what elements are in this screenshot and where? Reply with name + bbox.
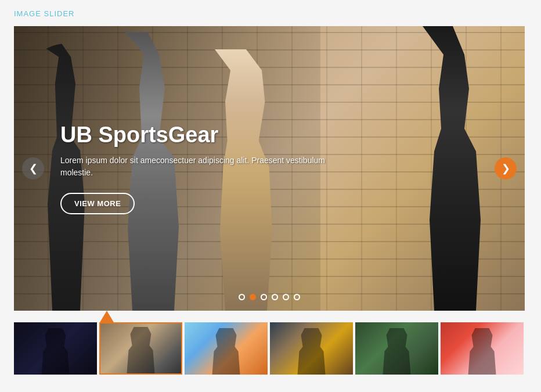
slide-title: UB SportsGear [60,123,339,148]
thumbnail-4[interactable] [355,322,438,375]
thumbnail-indicator [14,311,525,322]
thumbnail-2[interactable] [185,322,268,375]
dot-3[interactable] [272,294,278,300]
prev-arrow-button[interactable]: ❮ [22,157,44,179]
view-more-button[interactable]: VIEW MORE [60,193,135,214]
thumb-bg-3 [270,322,353,375]
thumb-figure-4 [380,328,414,375]
thumb-figure-5 [465,328,500,375]
thumbnail-1[interactable] [99,322,182,375]
dot-1[interactable] [250,294,256,300]
thumb-figure-3 [294,328,329,375]
svg-marker-0 [100,311,114,322]
slide-description: Lorem ipsum dolor sit ameconsectuer adip… [60,154,339,179]
thumbnail-0[interactable] [14,322,97,375]
thumb-bg-0 [14,322,97,375]
left-chevron-icon: ❮ [29,162,38,175]
thumb-bg-1 [100,323,181,373]
page-title: IMAGE SLIDER [14,9,527,18]
thumb-figure-2 [209,328,244,375]
thumb-bg-2 [185,322,268,375]
thumbnail-5[interactable] [441,322,524,375]
dot-0[interactable] [239,294,245,300]
slide-content: UB SportsGear Lorem ipsum dolor sit amec… [60,123,339,214]
right-chevron-icon: ❯ [502,162,510,175]
thumb-bg-4 [355,322,438,375]
thumbnails-row [14,322,525,375]
thumb-figure-0 [38,328,73,375]
page-container: IMAGE SLIDER UB SportsGear Lorem ipsum d… [0,0,541,384]
dot-5[interactable] [294,294,300,300]
dot-4[interactable] [283,294,289,300]
dot-2[interactable] [261,294,267,300]
thumb-figure-1 [124,327,158,373]
thumbnail-3[interactable] [270,322,353,375]
thumb-bg-5 [441,322,524,375]
main-slide: UB SportsGear Lorem ipsum dolor sit amec… [14,26,525,311]
image-slider: UB SportsGear Lorem ipsum dolor sit amec… [14,26,525,311]
triangle-svg [14,311,525,322]
dot-indicators [239,294,300,300]
next-arrow-button[interactable]: ❯ [495,157,517,179]
